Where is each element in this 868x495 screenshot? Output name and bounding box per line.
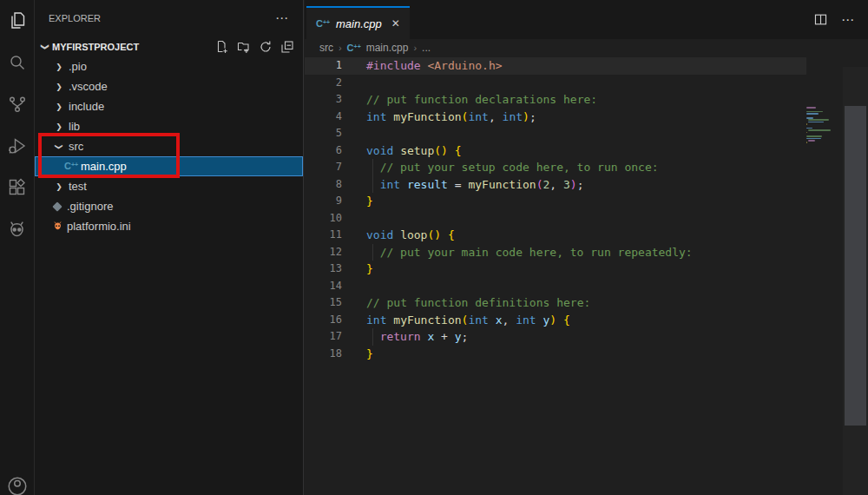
tree-item-src[interactable]: ❯src: [35, 136, 303, 156]
code-line-5[interactable]: 5: [305, 125, 806, 142]
line-number[interactable]: 18: [305, 346, 342, 363]
scrollbar-thumb[interactable]: [845, 106, 866, 426]
chevron-down-icon: ❯: [55, 140, 63, 154]
code-line-13[interactable]: 13}: [305, 261, 806, 278]
tree-item-include[interactable]: ❯include: [35, 96, 303, 116]
tree-item-label: .gitignore: [67, 200, 113, 213]
code-text: #include <Arduino.h>: [366, 57, 503, 75]
chevron-right-icon: ❯: [52, 82, 66, 91]
breadcrumb-main-cpp[interactable]: main.cpp: [366, 42, 409, 54]
line-number[interactable]: 1: [305, 57, 342, 75]
account-icon[interactable]: [0, 469, 34, 495]
refresh-icon[interactable]: [259, 40, 273, 54]
editor-group: C++ main.cpp ✕ ⋯ src › C++ main.cpp › ..…: [305, 0, 868, 495]
code-line-15[interactable]: 15// put function definitions here:: [305, 294, 806, 312]
line-number[interactable]: 17: [305, 328, 342, 346]
breadcrumb-src[interactable]: src: [319, 42, 333, 54]
tree-item-test[interactable]: ❯test: [35, 176, 303, 196]
tree-item-label: platformio.ini: [67, 220, 131, 233]
tree-item-.pio[interactable]: ❯.pio: [35, 56, 303, 76]
cpp-file-icon: C++: [347, 43, 361, 53]
code-line-18[interactable]: 18}: [305, 346, 806, 363]
code-text: // put your main code here, to run repea…: [366, 244, 693, 261]
tree-item-label: .pio: [69, 60, 87, 73]
new-file-icon[interactable]: [215, 40, 229, 54]
line-number[interactable]: 2: [305, 75, 342, 92]
tree-item-main.cpp[interactable]: C++main.cpp: [35, 156, 303, 176]
code-line-16[interactable]: 16int myFunction(int x, int y) {: [305, 312, 806, 329]
code-line-11[interactable]: 11void loop() {: [305, 227, 806, 244]
code-line-14[interactable]: 14: [305, 278, 806, 295]
explorer-more-actions-icon[interactable]: ⋯: [275, 10, 289, 26]
line-number[interactable]: 12: [305, 244, 342, 261]
code-line-8[interactable]: 8 int result = myFunction(2, 3);: [305, 176, 806, 194]
minimap-line: [808, 140, 815, 142]
collapse-all-icon[interactable]: [280, 40, 294, 54]
code-text: int myFunction(int, int);: [366, 109, 536, 126]
code-line-17[interactable]: 17 return x + y;: [305, 328, 806, 346]
more-actions-icon[interactable]: ⋯: [841, 12, 855, 28]
line-number[interactable]: 7: [305, 159, 342, 176]
breadcrumb: src › C++ main.cpp › ...: [305, 39, 868, 56]
cpp-file-icon: C++: [316, 19, 330, 29]
tree-item-label: lib: [69, 120, 80, 133]
line-number[interactable]: 10: [305, 210, 342, 228]
new-folder-icon[interactable]: [237, 40, 251, 54]
code-line-1[interactable]: 1#include <Arduino.h>: [305, 57, 806, 75]
close-icon[interactable]: ✕: [391, 17, 400, 30]
line-number[interactable]: 16: [305, 312, 342, 329]
tab-main-cpp[interactable]: C++ main.cpp ✕: [306, 6, 410, 39]
line-number[interactable]: 3: [305, 91, 342, 109]
search-icon[interactable]: [0, 42, 34, 83]
code-text: }: [366, 193, 373, 210]
tree-item-label: include: [69, 100, 104, 113]
tree-item-.vscode[interactable]: ❯.vscode: [35, 76, 303, 96]
code-text: // put your setup code here, to run once…: [366, 159, 659, 176]
minimap-line: [808, 122, 824, 123]
chevron-right-icon: ❯: [52, 182, 66, 191]
files-icon[interactable]: [0, 0, 34, 42]
tree-item-platformio.ini[interactable]: platformio.ini: [35, 216, 303, 236]
source-control-icon[interactable]: [0, 83, 34, 125]
line-number[interactable]: 11: [305, 227, 342, 244]
code-text: // put function definitions here:: [366, 294, 590, 312]
split-editor-icon[interactable]: [813, 12, 828, 27]
extensions-icon[interactable]: [0, 167, 34, 208]
line-number[interactable]: 4: [305, 109, 342, 126]
tree-item-label: main.cpp: [81, 160, 127, 173]
code-text: }: [366, 346, 373, 363]
chevron-right-icon: ›: [339, 43, 342, 53]
tab-bar: C++ main.cpp ✕ ⋯: [305, 0, 868, 39]
code-editor[interactable]: 1#include <Arduino.h>23// put function d…: [305, 56, 868, 495]
code-line-6[interactable]: 6void setup() {: [305, 142, 806, 160]
code-line-9[interactable]: 9}: [305, 193, 806, 210]
line-number[interactable]: 8: [305, 176, 342, 194]
code-line-12[interactable]: 12 // put your main code here, to run re…: [305, 244, 806, 261]
code-line-3[interactable]: 3// put function declarations here:: [305, 91, 806, 109]
tree-item-.gitignore[interactable]: .gitignore: [35, 196, 303, 216]
tree-item-label: src: [69, 140, 83, 153]
code-text: // put function declarations here:: [366, 91, 597, 109]
line-number[interactable]: 5: [305, 125, 342, 142]
line-number[interactable]: 9: [305, 193, 342, 210]
code-line-7[interactable]: 7 // put your setup code here, to run on…: [305, 159, 806, 176]
line-number[interactable]: 14: [305, 278, 342, 295]
code-text: }: [366, 261, 373, 278]
minimap-line: [806, 113, 819, 115]
code-line-2[interactable]: 2: [305, 75, 806, 92]
code-line-10[interactable]: 10: [305, 210, 806, 228]
line-number[interactable]: 15: [305, 294, 342, 312]
tree-item-lib[interactable]: ❯lib: [35, 116, 303, 136]
code-text: int myFunction(int x, int y) {: [366, 312, 570, 329]
breadcrumb-symbols[interactable]: ...: [422, 42, 431, 54]
code-text: void setup() {: [366, 142, 462, 160]
platformio-icon[interactable]: [0, 208, 34, 250]
code-text: void loop() {: [366, 227, 455, 244]
line-number[interactable]: 13: [305, 261, 342, 278]
line-number[interactable]: 6: [305, 142, 342, 160]
run-debug-icon[interactable]: [0, 125, 34, 167]
project-section-header[interactable]: ❯ MYFIRSTPROJECT: [35, 36, 303, 56]
code-line-4[interactable]: 4int myFunction(int, int);: [305, 109, 806, 126]
minimap[interactable]: [806, 107, 846, 144]
code-rows: 1#include <Arduino.h>23// put function d…: [305, 56, 806, 362]
